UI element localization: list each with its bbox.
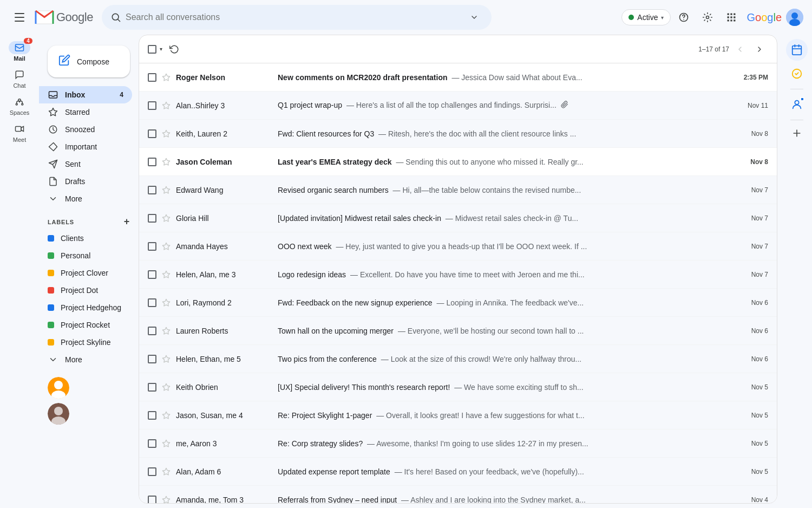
add-label-icon[interactable]: +	[124, 216, 130, 227]
email-row[interactable]: Alan, Adam 6 Updated expense report temp…	[139, 458, 777, 486]
sidebar-item-important[interactable]: Important	[39, 138, 132, 155]
email-checkbox[interactable]	[148, 214, 156, 223]
gmail-logo[interactable]: Google	[35, 8, 93, 27]
star-button[interactable]	[159, 70, 174, 85]
sidebar-item-snoozed[interactable]: Snoozed	[39, 121, 132, 138]
label-dot-project-hedgehog	[48, 304, 54, 311]
sidebar-item-starred[interactable]: Starred	[39, 103, 132, 121]
sidebar-item-sent[interactable]: Sent	[39, 155, 132, 173]
right-panel-add-button[interactable]	[788, 125, 806, 142]
label-project-skyline[interactable]: Project Skyline	[39, 334, 132, 351]
email-row[interactable]: Jason Coleman Last year's EMEA strategy …	[139, 148, 777, 176]
active-status-button[interactable]: Active ▾	[621, 9, 671, 25]
menu-button[interactable]	[9, 6, 30, 28]
label-project-clover[interactable]: Project Clover	[39, 264, 132, 282]
email-checkbox[interactable]	[148, 355, 156, 363]
email-row[interactable]: me, Aaron 3 Re: Corp strategy slides? — …	[139, 429, 777, 458]
star-button[interactable]	[159, 98, 174, 113]
select-all-dropdown[interactable]: ▾	[159, 45, 163, 53]
more-nav-label: More	[65, 194, 123, 203]
label-name-project-rocket: Project Rocket	[61, 321, 110, 329]
email-checkbox[interactable]	[148, 242, 156, 251]
pagination-next-button[interactable]	[751, 41, 768, 58]
email-checkbox[interactable]	[148, 467, 156, 476]
user-avatar-1[interactable]	[48, 377, 69, 399]
email-checkbox[interactable]	[148, 327, 156, 335]
right-panel-tasks-icon[interactable]	[786, 63, 808, 84]
star-button[interactable]	[159, 267, 174, 282]
email-checkbox[interactable]	[148, 298, 156, 307]
email-row[interactable]: Edward Wang Revised organic search numbe…	[139, 176, 777, 204]
star-button[interactable]	[159, 492, 174, 504]
sidebar-item-meet[interactable]: Meet	[9, 120, 30, 147]
email-checkbox[interactable]	[148, 496, 156, 504]
search-bar[interactable]: Search all conversations	[102, 5, 492, 30]
email-checkbox[interactable]	[148, 101, 156, 110]
compose-button[interactable]: Compose	[48, 45, 130, 77]
email-row[interactable]: Helen, Ethan, me 5 Two pics from the con…	[139, 345, 777, 373]
label-personal[interactable]: Personal	[39, 247, 132, 264]
star-button[interactable]	[159, 126, 174, 141]
email-row[interactable]: Lauren Roberts Town hall on the upcoming…	[139, 317, 777, 345]
star-button[interactable]	[159, 380, 174, 395]
email-preview: — Ashley and I are looking into the Sydn…	[399, 496, 586, 504]
sidebar-item-more[interactable]: More	[39, 190, 132, 207]
label-project-hedgehog[interactable]: Project Hedgehog	[39, 299, 132, 316]
email-checkbox[interactable]	[148, 270, 156, 279]
label-dot-clients	[48, 235, 54, 242]
label-project-rocket[interactable]: Project Rocket	[39, 316, 132, 334]
star-button[interactable]	[159, 295, 174, 310]
star-button[interactable]	[159, 183, 174, 198]
user-avatar-2[interactable]	[48, 403, 69, 425]
star-button[interactable]	[159, 408, 174, 423]
email-checkbox[interactable]	[148, 383, 156, 392]
email-row[interactable]: Keith Obrien [UX] Special delivery! This…	[139, 373, 777, 401]
settings-button[interactable]	[697, 6, 718, 28]
star-button[interactable]	[159, 323, 174, 338]
pagination-prev-button[interactable]	[731, 41, 749, 58]
email-checkbox[interactable]	[148, 439, 156, 448]
star-button[interactable]	[159, 211, 174, 226]
starred-icon	[48, 107, 58, 117]
email-preview: — Jessica Dow said What about Eva...	[450, 73, 582, 82]
email-checkbox[interactable]	[148, 129, 156, 138]
email-row[interactable]: Keith, Lauren 2 Fwd: Client resources fo…	[139, 120, 777, 148]
sidebar-item-chat[interactable]: Chat	[9, 66, 30, 93]
email-preview: — Awesome, thanks! I'm going to use slid…	[365, 439, 588, 448]
email-row[interactable]: Helen, Alan, me 3 Logo redesign ideas — …	[139, 260, 777, 289]
svg-marker-33	[162, 130, 169, 137]
star-button[interactable]	[159, 239, 174, 254]
sidebar-item-inbox[interactable]: Inbox 4	[39, 86, 132, 103]
email-row[interactable]: Gloria Hill [Updated invitation] Midwest…	[139, 204, 777, 232]
star-button[interactable]	[159, 464, 174, 479]
sidebar-item-mail[interactable]: 4 Mail	[9, 39, 30, 66]
star-button[interactable]	[159, 436, 174, 451]
email-row[interactable]: Jason, Susan, me 4 Re: Project Skylight …	[139, 401, 777, 429]
sidebar-item-drafts[interactable]: Drafts	[39, 173, 132, 190]
star-button[interactable]	[159, 154, 174, 170]
email-checkbox[interactable]	[148, 411, 156, 420]
email-checkbox[interactable]	[148, 186, 156, 194]
email-checkbox[interactable]	[148, 158, 156, 166]
select-all-checkbox[interactable]	[148, 45, 156, 54]
sidebar-item-more-labels[interactable]: More	[39, 351, 132, 368]
apps-button[interactable]	[721, 6, 742, 28]
email-preview: — Sending this out to anyone who missed …	[394, 158, 584, 166]
label-clients[interactable]: Clients	[39, 230, 132, 247]
sidebar-item-spaces[interactable]: Spaces	[9, 93, 30, 120]
search-dropdown-button[interactable]	[466, 9, 483, 26]
email-checkbox[interactable]	[148, 73, 156, 82]
star-button[interactable]	[159, 351, 174, 367]
right-panel-contacts-icon[interactable]	[786, 94, 808, 115]
refresh-button[interactable]	[166, 41, 183, 58]
email-date: Nov 5	[736, 468, 768, 476]
email-row[interactable]: Roger Nelson New comments on MCR2020 dra…	[139, 63, 777, 92]
email-row[interactable]: Alan..Shirley 3 Q1 project wrap-up — Her…	[139, 92, 777, 120]
user-avatar[interactable]	[786, 9, 803, 26]
right-panel-calendar-icon[interactable]	[786, 39, 808, 61]
email-row[interactable]: Amanda, me, Tom 3 Referrals from Sydney …	[139, 486, 777, 503]
email-row[interactable]: Amanda Hayes OOO next week — Hey, just w…	[139, 232, 777, 260]
label-project-dot[interactable]: Project Dot	[39, 282, 132, 299]
help-button[interactable]	[673, 6, 695, 28]
email-row[interactable]: Lori, Raymond 2 Fwd: Feedback on the new…	[139, 289, 777, 317]
